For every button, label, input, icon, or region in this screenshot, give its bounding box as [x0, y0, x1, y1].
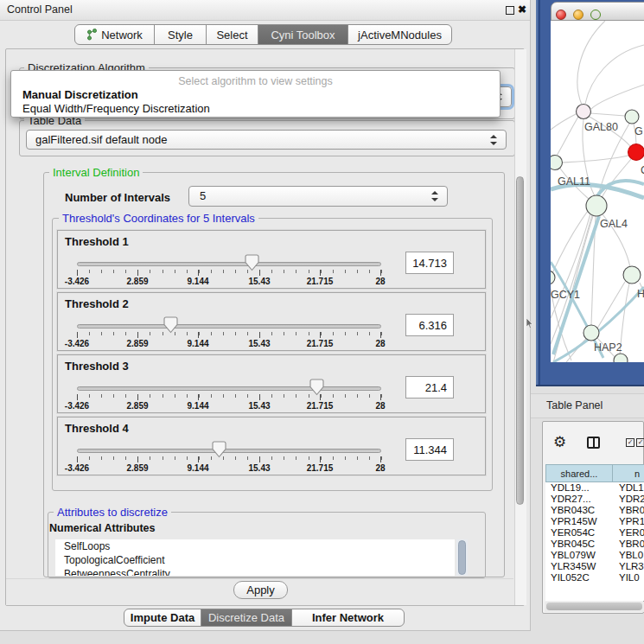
tab-infer-network[interactable]: Infer Network	[291, 609, 405, 627]
node-h[interactable]	[623, 266, 641, 284]
list-item[interactable]: SelfLoops	[55, 539, 455, 553]
node-hap2[interactable]	[583, 325, 599, 341]
tab-select[interactable]: Select	[206, 24, 258, 45]
table-row[interactable]: YDL19...YDL1	[545, 482, 644, 494]
tab-impute-data-label: Impute Data	[131, 611, 194, 624]
popup-placeholder: Select algorithm to view settings	[11, 75, 500, 87]
tab-network-label: Network	[101, 29, 143, 41]
node-label: G	[634, 125, 643, 137]
cell-name: YBR0	[619, 505, 644, 516]
cell-shared-name: YLR345W	[551, 561, 596, 572]
table-row[interactable]: YDR27...YDR2	[545, 494, 644, 505]
tab-impute-data[interactable]: Impute Data	[124, 609, 201, 627]
cell-name: YER0	[619, 527, 644, 539]
threshold-4-label: Threshold 4	[65, 422, 129, 435]
tab-style-label: Style	[168, 29, 193, 41]
threshold-3-slider-track[interactable]	[77, 386, 381, 391]
threshold-1-label: Threshold 1	[65, 235, 129, 248]
numerical-attributes-label: Numerical Attributes	[49, 522, 155, 534]
gear-icon[interactable]: ⚙	[553, 433, 566, 451]
slider-thumb[interactable]	[163, 316, 178, 334]
table-row[interactable]: YLR345WYLR3	[545, 561, 644, 572]
checkbox-icon[interactable]: ✓	[626, 438, 634, 447]
tick-label: 2.859	[126, 277, 148, 286]
close-traffic-light[interactable]	[556, 10, 566, 20]
slider-thumb[interactable]	[245, 254, 259, 271]
threshold-4-value-field[interactable]: 11.344	[405, 438, 454, 461]
cell-shared-name: YIL052C	[551, 572, 590, 583]
node-table-rows: YDL19...YDL1 YDR27...YDR2 YBR043CYBR0 YP…	[545, 482, 644, 601]
tab-network[interactable]: Network	[74, 24, 155, 45]
threshold-1-value-field[interactable]: 14.713	[405, 252, 454, 274]
node-top-right[interactable]	[625, 110, 639, 124]
node-gcy1[interactable]	[551, 271, 555, 284]
minimize-traffic-light[interactable]	[573, 10, 583, 20]
panel-title: Control Panel	[7, 3, 73, 16]
table-row[interactable]: YPR145WYPR1	[545, 516, 644, 527]
algorithm-dropdown-popup: Select algorithm to view settings Manual…	[10, 70, 501, 118]
threshold-3-value-field[interactable]: 21.4	[405, 376, 454, 399]
tick-label: 15.43	[248, 339, 270, 348]
number-of-intervals-combo[interactable]: 5	[188, 186, 448, 207]
table-hscrollbar-thumb[interactable]	[546, 603, 642, 610]
menu-item-manual-discretization[interactable]: Manual Discretization	[22, 88, 138, 101]
table-data-combo-value: galFiltered.sif default node	[35, 133, 167, 146]
tick-label: 28	[375, 339, 385, 348]
numerical-attributes-list[interactable]: SelfLoops TopologicalCoefficient Between…	[55, 539, 455, 576]
cell-name: YBR0	[619, 539, 644, 550]
threshold-4-slider-track[interactable]	[77, 449, 381, 453]
zoom-traffic-light[interactable]	[590, 10, 601, 20]
panel-scrollbar-thumb[interactable]	[516, 176, 524, 505]
combo-stepper-icon	[489, 135, 497, 145]
network-canvas[interactable]: GAL80 G C GAL11 GAL4 GCY1 H HAP2	[551, 21, 644, 362]
checkbox-icon[interactable]: ✓	[636, 438, 644, 447]
table-row[interactable]: YBL079WYBL0	[545, 550, 644, 561]
tab-jactivemnodules-label: jActiveMNodules	[358, 29, 442, 41]
tick-label: 9.144	[187, 277, 208, 286]
table-row[interactable]: YIL052CYIL0	[545, 572, 644, 583]
cell-shared-name: YDR27...	[551, 494, 591, 505]
column-header-shared-name[interactable]: shared...	[545, 464, 613, 482]
tick-label: 2.859	[126, 339, 148, 348]
threshold-1-panel: Threshold 1 -3.426 2.859 9.144 15.43 21.…	[57, 230, 486, 289]
node-gal4[interactable]	[586, 195, 607, 216]
apply-button[interactable]: Apply	[233, 581, 288, 599]
cell-shared-name: YER054C	[551, 527, 595, 539]
tab-jactivemnodules[interactable]: jActiveMNodules	[348, 24, 452, 45]
node-gal11[interactable]	[551, 156, 563, 170]
slider-thumb[interactable]	[309, 379, 324, 396]
close-icon[interactable]: ✖	[518, 3, 526, 16]
tick-label: 9.144	[187, 339, 208, 348]
cell-name: YDR2	[619, 494, 644, 505]
list-scrollbar-thumb[interactable]	[458, 540, 466, 575]
menu-item-equal-width-frequency[interactable]: Equal Width/Frequency Discretization	[22, 102, 210, 115]
table-row[interactable]: YBR045CYBR0	[545, 539, 644, 550]
table-row[interactable]: YER054CYER0	[545, 527, 644, 539]
table-data-combo[interactable]: galFiltered.sif default node	[26, 130, 507, 150]
split-columns-icon[interactable]	[587, 437, 600, 449]
tab-discretize-data[interactable]: Discretize Data	[201, 609, 292, 627]
slider-major-ticks	[77, 332, 382, 338]
node-gal80[interactable]	[577, 105, 591, 119]
node-red[interactable]	[628, 144, 644, 161]
slider-thumb[interactable]	[212, 441, 226, 458]
table-row[interactable]: YBR043CYBR0	[545, 505, 644, 516]
node-label: GCY1	[551, 289, 580, 301]
tab-style[interactable]: Style	[154, 24, 207, 45]
node-bottom[interactable]	[614, 354, 628, 362]
threshold-2-label: Threshold 2	[65, 297, 129, 310]
network-icon	[86, 29, 98, 41]
tab-select-label: Select	[216, 29, 247, 41]
slider-major-ticks	[77, 270, 382, 276]
tick-label: 28	[375, 401, 385, 411]
list-item[interactable]: BetweennessCentrality	[55, 567, 455, 576]
threshold-1-slider-track[interactable]	[77, 262, 381, 266]
column-header-name[interactable]: n	[612, 464, 644, 482]
threshold-2-slider-track[interactable]	[77, 324, 381, 328]
mouse-cursor	[526, 318, 533, 329]
float-window-icon[interactable]	[506, 6, 514, 15]
list-item[interactable]: TopologicalCoefficient	[55, 553, 455, 567]
tab-cyni-toolbox[interactable]: Cyni Toolbox	[258, 24, 348, 45]
node-label: GAL4	[600, 218, 628, 230]
threshold-2-value-field[interactable]: 6.316	[405, 314, 454, 336]
